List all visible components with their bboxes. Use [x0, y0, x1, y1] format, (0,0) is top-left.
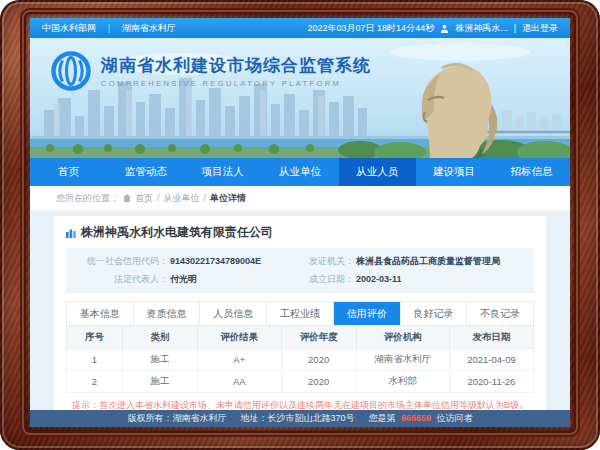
brand-text: 湖南省水利建设市场综合监管系统 COMPREHENSIVE REGULATORY… [101, 54, 371, 88]
cell-rating-year: 2020 [281, 371, 356, 393]
col-publish-date: 发布日期 [449, 326, 533, 349]
cell-rating-agency: 水利部 [356, 371, 449, 393]
footer-visitor-counter: 您是第 666659 位访问者 [368, 412, 472, 425]
field-label: 发证机关： [300, 255, 354, 268]
main-nav: 首页 监管动态 项目法人 从业单位 从业人员 建设项目 招标信息 [30, 158, 570, 186]
credit-rating-table: 序号 类别 评价结果 评价年度 评价机构 发布日期 1 施工 A+ [66, 325, 534, 393]
table-header-row: 序号 类别 评价结果 评价年度 评价机构 发布日期 [67, 326, 534, 349]
browser-page: 中国水利部网 ｜ 湖南省水利厅 2022年03月07日 18时14分44秒 株洲… [30, 18, 570, 427]
breadcrumb-separator: / [157, 193, 160, 203]
field-value: 株洲县食品药品工商质量监督管理局 [356, 255, 500, 268]
info-column-right: 发证机关： 株洲县食品药品工商质量监督管理局 成立日期： 2002-03-11 [300, 255, 524, 286]
topbar-user-area: 2022年03月07日 18时14分44秒 株洲神禹水... | 退出登录 [308, 22, 558, 35]
tab-credit-rating[interactable]: 信用评价 [334, 302, 401, 325]
col-rating-agency: 评价机构 [356, 326, 449, 349]
tab-project-performance[interactable]: 工程业绩 [267, 302, 334, 325]
col-category: 类别 [123, 326, 198, 349]
nav-item-construction-projects[interactable]: 建设项目 [416, 158, 493, 186]
breadcrumb-prefix: 您所在的位置： [56, 192, 119, 205]
visitor-suffix: 位访问者 [437, 413, 473, 423]
tab-personnel-info[interactable]: 人员信息 [200, 302, 267, 325]
detail-tabs: 基本信息 资质信息 人员信息 工程业绩 信用评价 良好记录 不良记录 [66, 301, 534, 325]
top-utility-bar: 中国水利部网 ｜ 湖南省水利厅 2022年03月07日 18时14分44秒 株洲… [30, 18, 570, 38]
field-legal-representative: 法定代表人： 付光明 [76, 273, 300, 286]
hunan-water-dept-link[interactable]: 湖南省水利厅 [122, 23, 176, 33]
field-label: 统一社会信用代码： [76, 255, 168, 268]
nav-item-regulatory-news[interactable]: 监管动态 [107, 158, 184, 186]
cell-category: 施工 [123, 349, 198, 371]
cell-serial: 1 [67, 349, 123, 371]
tab-good-records[interactable]: 良好记录 [401, 302, 468, 325]
nav-item-practicing-personnel[interactable]: 从业人员 [339, 158, 416, 186]
cell-rating-year: 2020 [281, 349, 356, 371]
visitor-prefix: 您是第 [368, 413, 395, 423]
cell-publish-date: 2020-11-26 [449, 371, 533, 393]
building-icon [66, 228, 76, 238]
table-row: 1 施工 A+ 2020 湖南省水利厅 2021-04-09 [67, 349, 534, 371]
nav-item-bidding-info[interactable]: 招标信息 [493, 158, 570, 186]
site-brand: 湖南省水利建设市场综合监管系统 COMPREHENSIVE REGULATORY… [50, 50, 371, 92]
field-label: 法定代表人： [76, 273, 168, 286]
company-header: 株洲神禹水利水电建筑有限责任公司 [66, 224, 534, 241]
cell-rating-agency: 湖南省水利厅 [356, 349, 449, 371]
breadcrumb-current: 单位详情 [210, 192, 246, 205]
logged-in-user-link[interactable]: 株洲神禹水... [455, 22, 508, 35]
cell-rating-result: A+ [197, 349, 281, 371]
nav-item-home[interactable]: 首页 [30, 158, 107, 186]
user-icon [440, 24, 449, 33]
logout-link[interactable]: 退出登录 [522, 22, 558, 35]
topbar-links: 中国水利部网 ｜ 湖南省水利厅 [42, 22, 176, 35]
field-value: 付光明 [170, 273, 197, 286]
tab-bad-records[interactable]: 不良记录 [467, 302, 533, 325]
info-column-left: 统一社会信用代码： 91430221734789004E 法定代表人： 付光明 [76, 255, 300, 286]
company-detail-card: 株洲神禹水利水电建筑有限责任公司 统一社会信用代码： 9143022173478… [54, 216, 546, 410]
cell-publish-date: 2021-04-09 [449, 349, 533, 371]
cell-rating-result: AA [197, 371, 281, 393]
datetime-text: 2022年03月07日 18时14分44秒 [308, 22, 435, 35]
water-ministry-logo-icon [50, 50, 92, 92]
company-name: 株洲神禹水利水电建筑有限责任公司 [81, 224, 273, 241]
field-credit-code: 统一社会信用代码： 91430221734789004E [76, 255, 300, 268]
site-title: 湖南省水利建设市场综合监管系统 [101, 54, 371, 77]
col-rating-year: 评价年度 [281, 326, 356, 349]
field-establishment-date: 成立日期： 2002-03-11 [300, 273, 524, 286]
content-area: 株洲神禹水利水电建筑有限责任公司 统一社会信用代码： 9143022173478… [30, 211, 570, 410]
tab-qualification-info[interactable]: 资质信息 [134, 302, 201, 325]
col-rating-result: 评价结果 [197, 326, 281, 349]
topbar-separator: ｜ [105, 23, 114, 33]
table-row: 2 施工 AA 2020 水利部 2020-11-26 [67, 371, 534, 393]
breadcrumb-practicing-units[interactable]: 从业单位 [164, 192, 200, 205]
footer-copyright: 版权所有：湖南省水利厅 [127, 412, 226, 425]
framed-screenshot: 中国水利部网 ｜ 湖南省水利厅 2022年03月07日 18时14分44秒 株洲… [0, 0, 600, 450]
site-subtitle: COMPREHENSIVE REGULATORY PLATFORM [101, 79, 371, 88]
footer-address: 地址：长沙市韶山北路370号 [240, 412, 354, 425]
visitor-count: 666659 [401, 413, 431, 423]
breadcrumb-separator: / [204, 193, 207, 203]
credit-rating-notice: 提示：首次进入本省水利建设市场、未申请信用评价以及连续两年无在建项目的市场主体单… [66, 399, 534, 410]
field-issuing-authority: 发证机关： 株洲县食品药品工商质量监督管理局 [300, 255, 524, 268]
col-serial: 序号 [67, 326, 123, 349]
field-value: 91430221734789004E [170, 256, 261, 266]
topbar-separator: | [514, 23, 516, 33]
header-banner: 湖南省水利建设市场综合监管系统 COMPREHENSIVE REGULATORY… [30, 38, 570, 158]
page-footer: 版权所有：湖南省水利厅 地址：长沙市韶山北路370号 您是第 666659 位访… [30, 410, 570, 427]
field-value: 2002-03-11 [356, 274, 402, 284]
tab-basic-info[interactable]: 基本信息 [67, 302, 134, 325]
breadcrumb-home[interactable]: 首页 [135, 192, 153, 205]
nav-item-practicing-units[interactable]: 从业单位 [261, 158, 338, 186]
cell-serial: 2 [67, 371, 123, 393]
mwr-site-link[interactable]: 中国水利部网 [42, 23, 96, 33]
company-info-box: 统一社会信用代码： 91430221734789004E 法定代表人： 付光明 … [66, 248, 534, 293]
breadcrumb: 您所在的位置： 首页 / 从业单位 / 单位详情 [30, 186, 570, 211]
cell-category: 施工 [123, 371, 198, 393]
home-icon [123, 194, 131, 202]
field-label: 成立日期： [300, 273, 354, 286]
nav-item-project-legal-person[interactable]: 项目法人 [184, 158, 261, 186]
